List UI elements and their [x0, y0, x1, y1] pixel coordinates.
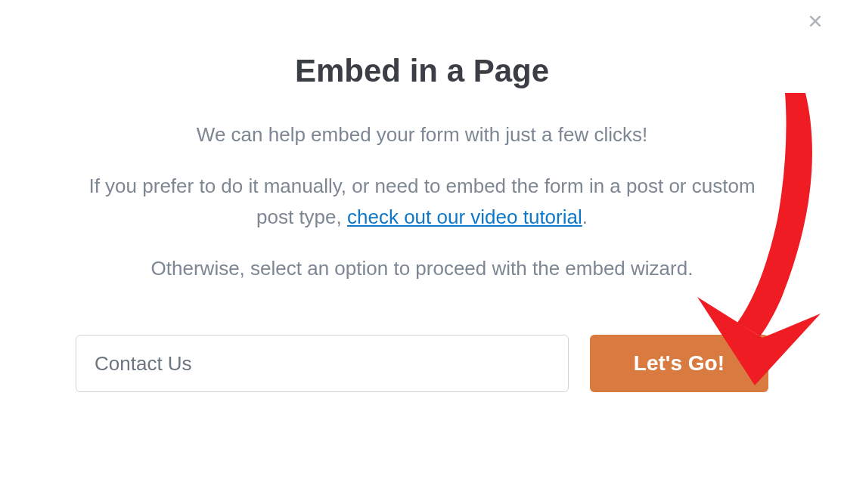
close-button[interactable]	[806, 14, 824, 32]
otherwise-text: Otherwise, select an option to proceed w…	[76, 253, 768, 283]
intro-text: We can help embed your form with just a …	[76, 119, 768, 150]
manual-text: If you prefer to do it manually, or need…	[76, 171, 768, 232]
close-icon	[808, 14, 823, 32]
video-tutorial-link[interactable]: check out our video tutorial	[347, 206, 582, 228]
action-row: Let's Go!	[76, 335, 768, 392]
page-name-input[interactable]	[76, 335, 569, 392]
manual-suffix: .	[582, 206, 588, 228]
modal-title: Embed in a Page	[76, 53, 768, 89]
lets-go-button[interactable]: Let's Go!	[590, 335, 768, 392]
embed-modal: Embed in a Page We can help embed your f…	[0, 0, 844, 504]
